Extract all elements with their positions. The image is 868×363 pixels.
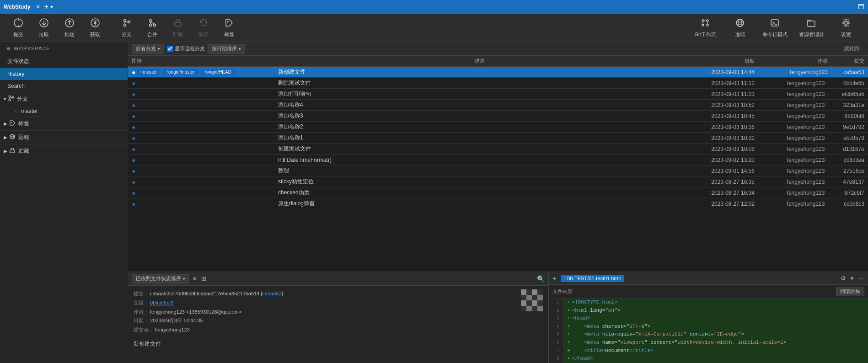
- sidebar-group-branch[interactable]: ▾ 分支: [0, 92, 128, 106]
- commit-graph-cell: ●: [128, 133, 274, 143]
- branch-tag-master: ⑂master: [137, 69, 160, 75]
- parent-hash[interactable]: 0bfcfe5bf9: [150, 300, 173, 305]
- show-remote-checkbox[interactable]: 显示远程分支: [167, 45, 205, 52]
- grid-view-button[interactable]: ⊞: [200, 274, 207, 283]
- tag-button[interactable]: 标签: [216, 16, 242, 40]
- sidebar-item-filestatus[interactable]: 文件状态: [0, 55, 128, 68]
- line-num-4: 4: [549, 323, 563, 331]
- commit-row[interactable]: ●Intl.DateTimeFormat()2023-09-02 13:20fe…: [128, 155, 868, 165]
- filestatus-label: 文件状态: [7, 58, 29, 65]
- commit-row[interactable]: ●创建测试文件2023-09-03 10:08fengyehong123 ·d1…: [128, 144, 868, 155]
- close-tab-icon[interactable]: ✕: [36, 4, 40, 10]
- fetch-button[interactable]: 获取: [82, 16, 108, 40]
- graph-dot-icon: ●: [132, 123, 135, 131]
- master-branch-label: master: [21, 108, 38, 114]
- settings-button[interactable]: 设置: [830, 16, 863, 40]
- sidebar-branch-master[interactable]: ○ master: [0, 106, 128, 117]
- branch-button[interactable]: 分支: [114, 16, 139, 40]
- parent-label: 父级：: [134, 300, 149, 305]
- file-more-button[interactable]: ···: [857, 274, 864, 283]
- commit-row[interactable]: ●添加名称12023-09-03 10:31fengyehong123 ·ebc…: [128, 133, 868, 144]
- graph-dot-icon: ●: [132, 145, 135, 153]
- sort-arrow-icon: ▾: [239, 47, 241, 51]
- jump-to-label: 跳转到：: [844, 45, 864, 52]
- merge-button[interactable]: 合并: [139, 16, 165, 40]
- commit-date-cell: 2023-09-03 10:45: [685, 112, 758, 120]
- commit-row[interactable]: ●整理2023-09-01 14:56fengyehong123 ·27516c…: [128, 165, 868, 176]
- commit-desc-cell: 新创建文件: [274, 67, 685, 77]
- file-tab[interactable]: 100-TEST/01-test01.html: [561, 275, 624, 282]
- commit-row[interactable]: ●添加名称22023-09-03 10:36fengyehong123 ·9e1…: [128, 122, 868, 133]
- commit-button[interactable]: 提交: [5, 16, 31, 40]
- svg-point-21: [707, 20, 708, 21]
- toolbar-left-group: 提交 拉取 推送: [5, 16, 242, 40]
- date-value: 2023年9月3日 14:44:05: [150, 318, 203, 323]
- show-remote-input[interactable]: [167, 46, 173, 52]
- sidebar-item-search[interactable]: Search: [0, 80, 128, 92]
- branch-group-label: 分支: [17, 95, 28, 103]
- commit-row[interactable]: ●添加打印语句2023-09-03 11:03fengyehong123 ·ef…: [128, 89, 868, 100]
- branch-filter-dropdown[interactable]: 所有分支 ▾: [132, 44, 164, 53]
- svg-rect-60: [532, 306, 537, 311]
- commit-hash-cell: 8890bf8: [831, 112, 868, 120]
- filemanager-icon: [806, 18, 816, 30]
- rollback-button[interactable]: 回滚区块: [836, 287, 864, 296]
- commit-row[interactable]: ●原生dialog弹窗2023-08-27 12:02fengyehong123…: [128, 198, 868, 209]
- settings-label: 设置: [841, 31, 851, 38]
- terminal-icon: [770, 18, 780, 30]
- commit-row[interactable]: ●添加名称32023-09-03 10:45fengyehong123 ·889…: [128, 111, 868, 122]
- graph-dot-icon: ●: [132, 91, 135, 98]
- commit-graph-cell: ●: [128, 101, 274, 110]
- commit-hash-cell: cc0d8c3: [831, 200, 868, 208]
- push-button[interactable]: 推送: [57, 16, 82, 40]
- sidebar-item-history[interactable]: History: [0, 68, 128, 80]
- commit-graph-cell: ●: [128, 166, 274, 176]
- commit-message: 新创建文件: [128, 338, 548, 350]
- discard-icon: [198, 18, 209, 30]
- maximize-button[interactable]: 🗖: [858, 3, 864, 11]
- file-sort-dropdown[interactable]: 已依照文件状态排序 ▾: [132, 274, 189, 283]
- tags-chevron-icon: ▶: [4, 121, 7, 126]
- sidebar-group-remote[interactable]: ▶ 远程: [0, 130, 128, 144]
- branch-chevron-icon: ▾: [4, 96, 6, 101]
- remote-button[interactable]: 远端: [723, 16, 756, 40]
- stash-button[interactable]: 贮藏: [165, 16, 191, 40]
- col-commit-header: 提交: [831, 56, 868, 66]
- workspace-header: 🖥 WORKSPACE: [0, 42, 128, 55]
- sidebar-group-tags[interactable]: ▶ 标签: [0, 117, 128, 130]
- commit-desc-cell: 创建测试文件: [274, 144, 685, 154]
- commit-row[interactable]: ●添加名称42023-09-03 10:52fengyehong123 ·323…: [128, 100, 868, 111]
- file-dropdown-button[interactable]: ▾: [850, 274, 855, 283]
- list-view-button[interactable]: ≡: [192, 274, 198, 283]
- stash-group-label: 贮藏: [18, 147, 29, 155]
- commit-date-cell: 2023-09-03 11:03: [685, 90, 758, 98]
- commit-row[interactable]: ●sticky粘性定位2023-08-27 16:35fengyehong123…: [128, 176, 868, 187]
- history-label: History: [7, 71, 24, 77]
- graph-dot-icon: ●: [132, 167, 135, 175]
- commit-row[interactable]: ● ⑂master ⑂origin/master ⑂origin/HEAD: [128, 67, 868, 78]
- gitflow-button[interactable]: Git工作流: [687, 16, 723, 40]
- commit-date-cell: 2023-08-27 16:35: [685, 178, 758, 186]
- filemanager-button[interactable]: 资源管理器: [793, 16, 830, 40]
- sort-dropdown[interactable]: 按日期排序 ▾: [208, 44, 245, 53]
- tab-dropdown-icon[interactable]: ▾: [50, 4, 53, 10]
- branch-label: 分支: [122, 31, 132, 38]
- svg-point-14: [150, 19, 152, 21]
- commit-hash-cell: 0bfcfe5b: [831, 79, 868, 87]
- new-tab-button[interactable]: +: [44, 3, 48, 11]
- terminal-button[interactable]: 命令行模式: [756, 16, 793, 40]
- gitflow-icon: [700, 18, 710, 30]
- commit-graph-cell: ●: [128, 144, 274, 154]
- commit-desc-cell: 整理: [274, 166, 685, 176]
- sidebar-group-stash[interactable]: ▶ 贮藏: [0, 144, 128, 158]
- commit-row[interactable]: ●删除测试文件2023-09-03 11:12fengyehong123 ·0b…: [128, 78, 868, 89]
- commit-date-cell: 2023-09-03 10:52: [685, 101, 758, 109]
- file-settings-button[interactable]: ⚙: [840, 274, 847, 283]
- branch-tag-origin-master: ⑂origin/master: [163, 69, 198, 75]
- discard-button[interactable]: 丢弃: [191, 16, 216, 40]
- search-button[interactable]: 🔍: [537, 275, 545, 283]
- branch-filter-label: 所有分支: [136, 45, 156, 52]
- commit-row[interactable]: ●checked伪类2023-08-27 16:34fengyehong123 …: [128, 187, 868, 198]
- pull-button[interactable]: 拉取: [31, 16, 57, 40]
- terminal-label: 命令行模式: [762, 31, 788, 38]
